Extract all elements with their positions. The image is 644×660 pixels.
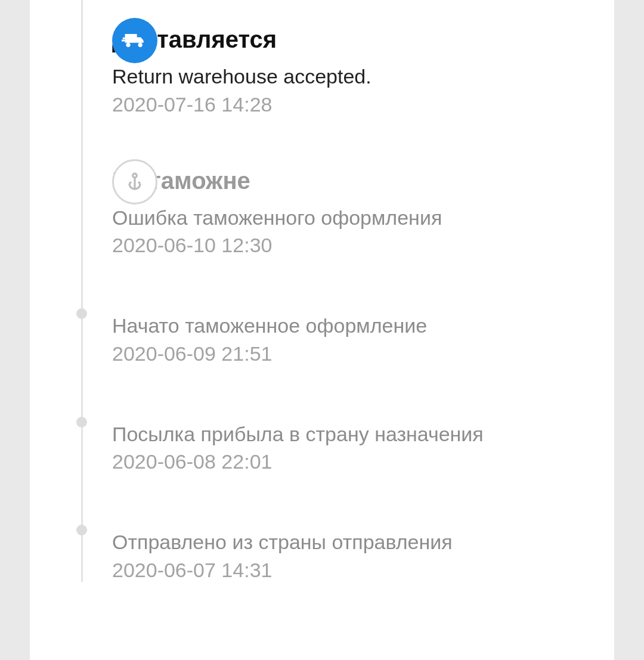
anchor-icon xyxy=(112,159,157,204)
timeline-event: Начато таможенное оформление 2020-06-09 … xyxy=(112,300,590,365)
event-timestamp: 2020-06-10 12:30 xyxy=(112,234,590,257)
event-timestamp: 2020-07-16 14:28 xyxy=(112,93,590,116)
timeline: Доставляется Return warehouse accepted. … xyxy=(58,18,590,582)
dot-icon xyxy=(76,417,87,427)
event-message: Return warehouse accepted. xyxy=(112,64,590,89)
event-message: Посылка прибыла в страну назначения xyxy=(112,422,590,447)
dot-icon xyxy=(76,308,87,319)
stage-customs: На таможне Ошибка таможенного оформления… xyxy=(112,159,590,258)
event-message: Начато таможенное оформление xyxy=(112,313,590,339)
truck-icon xyxy=(112,18,157,63)
timeline-event: Посылка прибыла в страну назначения 2020… xyxy=(112,408,590,474)
dot-icon xyxy=(76,525,87,535)
timeline-event: Отправлено из страны отправления 2020-06… xyxy=(112,516,590,582)
timeline-line xyxy=(81,0,83,582)
svg-point-0 xyxy=(133,173,137,178)
stage-delivering: Доставляется Return warehouse accepted. … xyxy=(112,18,590,116)
event-timestamp: 2020-06-08 22:01 xyxy=(112,450,590,473)
event-message: Ошибка таможенного оформления xyxy=(112,205,590,231)
stage-title: Доставляется xyxy=(112,18,590,53)
event-timestamp: 2020-06-09 21:51 xyxy=(112,342,590,365)
event-timestamp: 2020-06-07 14:31 xyxy=(112,559,590,582)
tracking-card: Доставляется Return warehouse accepted. … xyxy=(30,0,614,660)
stage-title: На таможне xyxy=(112,159,590,194)
event-message: Отправлено из страны отправления xyxy=(112,529,590,555)
